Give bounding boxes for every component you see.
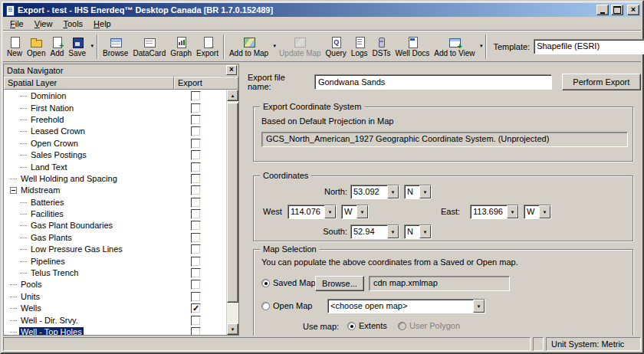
tree-item-well-dir-srvy[interactable]: Well - Dir. Srvy. (4, 314, 226, 326)
export-checkbox[interactable] (191, 280, 201, 290)
template-combobox[interactable]: Shapefile (ESRI) (534, 39, 644, 54)
scrollbar-thumb[interactable] (227, 103, 238, 303)
minimize-button[interactable] (596, 5, 609, 15)
tree-scrollbar[interactable] (226, 90, 238, 335)
export-checkbox[interactable] (191, 162, 201, 172)
tree-item-well-top-holes[interactable]: Well - Top Holes (4, 326, 226, 335)
export-checkbox[interactable] (191, 327, 201, 335)
column-header-spatial-layer[interactable]: Spatial Layer (4, 77, 174, 90)
tree-item-well-holding-and-spacing[interactable]: Well Holding and Spacing (4, 173, 226, 185)
menu-tools[interactable]: Tools (58, 18, 88, 29)
dropdown-arrow-icon[interactable] (274, 41, 277, 49)
export-checkbox[interactable] (191, 115, 201, 125)
toolbar-well-docs-button[interactable]: Well Docs (393, 34, 432, 58)
toolbar-dsts-button[interactable]: DSTs (370, 34, 393, 58)
west-value-combo[interactable]: 114.076 (288, 205, 337, 219)
export-checkbox[interactable] (191, 91, 201, 101)
menu-file[interactable]: File (5, 18, 29, 29)
chevron-down-icon[interactable] (387, 225, 399, 238)
chevron-down-icon[interactable] (507, 205, 518, 218)
export-checkbox[interactable] (191, 174, 201, 184)
scroll-up-icon[interactable] (227, 90, 238, 101)
toolbar-add-button[interactable]: Add (48, 34, 66, 58)
chevron-down-icon[interactable] (387, 185, 399, 198)
chevron-down-icon[interactable] (539, 205, 550, 218)
toolbar-logs-button[interactable]: Logs (349, 34, 370, 58)
export-checkbox[interactable] (191, 209, 201, 219)
menu-help[interactable]: Help (88, 18, 117, 29)
chevron-down-icon[interactable] (356, 205, 368, 218)
column-header-export[interactable]: Export (174, 77, 238, 90)
dropdown-arrow-icon[interactable] (480, 41, 483, 49)
toolbar-new-button[interactable]: New (5, 34, 25, 58)
tree-item-pipelines[interactable]: Pipelines (4, 255, 226, 267)
tree-item-open-crown[interactable]: Open Crown (4, 138, 226, 149)
export-checkbox[interactable] (191, 244, 201, 254)
export-checkbox[interactable] (191, 292, 201, 302)
browse-map-button[interactable]: Browse... (315, 276, 364, 291)
export-checkbox[interactable] (191, 198, 201, 208)
east-hemisphere-combo[interactable]: W (524, 205, 551, 219)
export-checkbox[interactable] (191, 185, 201, 195)
export-checkbox[interactable] (191, 150, 201, 160)
east-value-combo[interactable]: 113.696 (470, 205, 519, 219)
toolbar-graph-button[interactable]: Graph (168, 34, 194, 58)
tree-item-units[interactable]: Units (4, 291, 226, 303)
chevron-down-icon[interactable] (419, 225, 431, 238)
north-value-combo[interactable]: 53.092 (350, 185, 399, 199)
tree-item-batteries[interactable]: Batteries (4, 197, 226, 208)
tree-item-wells[interactable]: Wells (4, 303, 226, 314)
extents-radio[interactable]: Extents (347, 321, 387, 330)
toolbar-export-button[interactable]: Export (194, 34, 221, 58)
collapse-minus-icon[interactable] (10, 187, 17, 194)
perform-export-button[interactable]: Perform Export (562, 74, 641, 90)
saved-map-radio[interactable]: Saved Map (261, 278, 316, 287)
close-button[interactable] (627, 5, 639, 15)
export-checkbox[interactable] (191, 303, 201, 313)
dropdown-arrow-icon[interactable] (91, 41, 94, 49)
export-file-name-input[interactable] (314, 74, 552, 90)
tree-item-gas-plant-boundaries[interactable]: Gas Plant Boundaries (4, 220, 226, 231)
tree-item-pools[interactable]: Pools (4, 279, 226, 290)
export-checkbox[interactable] (191, 139, 201, 149)
export-checkbox[interactable] (191, 316, 201, 326)
tree-item-midstream[interactable]: Midstream (4, 185, 226, 196)
south-value-combo[interactable]: 52.94 (350, 225, 399, 239)
west-hemisphere-combo[interactable]: W (341, 205, 369, 219)
scrollbar-track[interactable] (227, 101, 238, 323)
tree-item-facilities[interactable]: Facilities (4, 208, 226, 220)
toolbar-browse-button[interactable]: Browse (100, 34, 130, 58)
chevron-down-icon[interactable] (419, 185, 431, 198)
export-checkbox[interactable] (191, 268, 201, 278)
toolbar-save-button[interactable]: Save (66, 34, 94, 58)
north-hemisphere-combo[interactable]: N (404, 185, 432, 199)
tree-item-land-text[interactable]: Land Text (4, 161, 226, 172)
export-checkbox[interactable] (191, 233, 201, 243)
chevron-down-icon[interactable] (324, 205, 336, 218)
tree-item-telus-trench[interactable]: Telus Trench (4, 267, 226, 279)
tree-item-low-pressure-gas-lines[interactable]: Low Pressure Gas Lines (4, 244, 226, 255)
open-map-radio[interactable]: Open Map (261, 301, 312, 310)
toolbar-datacard-button[interactable]: DataCard (130, 34, 168, 58)
menu-view[interactable]: View (29, 18, 58, 29)
open-map-combobox[interactable]: <choose open map> (327, 299, 485, 313)
export-checkbox[interactable] (191, 126, 201, 136)
south-hemisphere-combo[interactable]: N (404, 225, 432, 239)
toolbar-query-button[interactable]: Query (324, 34, 349, 58)
tree-item-dominion[interactable]: Dominion (4, 90, 226, 102)
export-checkbox[interactable] (191, 103, 201, 113)
export-checkbox[interactable] (191, 221, 201, 231)
scroll-down-icon[interactable] (227, 323, 238, 335)
toolbar-add-to-view-button[interactable]: Add to View (432, 34, 483, 58)
tree-item-freehold[interactable]: Freehold (4, 114, 226, 126)
toolbar-add-to-map-button[interactable]: Add to Map (227, 34, 277, 58)
tree-item-leased-crown[interactable]: Leased Crown (4, 126, 226, 137)
export-checkbox[interactable] (191, 257, 201, 267)
tree-item-gas-plants[interactable]: Gas Plants (4, 232, 226, 244)
tree-item-first-nation[interactable]: First Nation (4, 102, 226, 113)
chevron-down-icon[interactable] (473, 300, 485, 313)
panel-close-button[interactable] (226, 65, 237, 75)
toolbar-open-button[interactable]: Open (25, 34, 48, 58)
tree-item-sales-postings[interactable]: Sales Postings (4, 149, 226, 161)
maximize-button[interactable] (611, 5, 623, 15)
